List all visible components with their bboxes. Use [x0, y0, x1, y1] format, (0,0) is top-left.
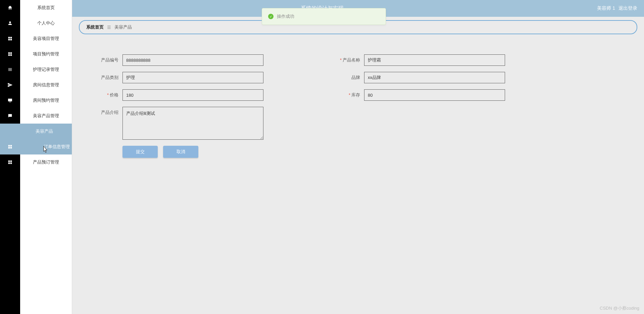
sidebar-item-label: 项目预约管理	[33, 51, 59, 57]
sidebar-item-label: 订单信息管理	[44, 144, 70, 150]
watermark: CSDN @小蔡coding	[600, 305, 639, 311]
product-form: 产品编号 *产品名称 产品类别 品牌 *价格	[79, 54, 637, 158]
brand-input[interactable]	[364, 72, 505, 83]
sidebar-item-label: 美容产品管理	[33, 113, 59, 119]
sidebar-item-room-reserve[interactable]: 房间预约管理	[20, 93, 72, 108]
sidebar-item-beauty-project[interactable]: 美容项目管理	[20, 31, 72, 46]
rail-order[interactable]	[0, 139, 20, 154]
chat-icon	[7, 113, 13, 119]
sidebar-item-label: 美容项目管理	[33, 36, 59, 42]
stock-label: *库存	[331, 89, 364, 98]
sidebar-item-label: 房间预约管理	[33, 97, 59, 103]
grid-icon	[7, 51, 13, 57]
rail-product-reserve[interactable]	[0, 154, 20, 170]
price-input[interactable]	[122, 89, 263, 101]
monitor-icon	[7, 98, 13, 103]
product-code-input[interactable]	[122, 54, 263, 66]
submit-button[interactable]: 提交	[122, 146, 158, 158]
list-icon	[7, 67, 13, 72]
sidebar-item-project-reserve[interactable]: 项目预约管理	[20, 46, 72, 62]
rail-room-info[interactable]	[0, 77, 20, 93]
sidebar-item-order[interactable]: 订单信息管理	[20, 139, 72, 154]
sidebar-item-label: 房间信息管理	[33, 82, 59, 88]
grid-icon	[7, 36, 13, 41]
cancel-button[interactable]: 取消	[163, 146, 198, 158]
sidebar-item-label: 产品预订管理	[33, 159, 59, 165]
sidebar-item-beauty-product[interactable]: 美容产品管理	[20, 108, 72, 124]
intro-textarea[interactable]	[122, 107, 263, 140]
rail-beauty-product[interactable]	[0, 108, 20, 124]
sidebar-item-label: 护理记录管理	[33, 66, 59, 73]
intro-label: 产品介绍	[89, 107, 122, 116]
send-icon	[7, 82, 13, 88]
current-user[interactable]: 美容师 1	[597, 5, 615, 11]
category-input[interactable]	[122, 72, 263, 83]
main-content: 系统首页 ☰ 美容产品 产品编号 *产品名称 产品类别 品牌	[72, 17, 644, 314]
sidebar-item-room-info[interactable]: 房间信息管理	[20, 77, 72, 93]
product-name-label: *产品名称	[331, 54, 364, 63]
success-icon: ✓	[268, 14, 274, 19]
sidebar-item-label: 美容产品	[36, 128, 53, 134]
grid-icon	[7, 144, 13, 149]
toast-text: 操作成功	[277, 13, 294, 19]
sidebar-item-profile[interactable]: 个人中心	[20, 15, 72, 31]
product-code-label: 产品编号	[89, 54, 122, 63]
sidebar-item-home[interactable]: 系统首页	[20, 0, 72, 15]
rail-user[interactable]	[0, 15, 20, 31]
logout-link[interactable]: 退出登录	[618, 5, 637, 11]
brand-label: 品牌	[331, 72, 364, 81]
grid-icon	[7, 160, 13, 165]
stock-input[interactable]	[364, 89, 505, 101]
rail-project-reserve[interactable]	[0, 46, 20, 62]
home-icon	[7, 5, 13, 10]
category-label: 产品类别	[89, 72, 122, 81]
user-icon	[7, 20, 13, 26]
rail-home[interactable]	[0, 0, 20, 15]
sidebar-item-product-reserve[interactable]: 产品预订管理	[20, 154, 72, 170]
header-right: 美容师 1 退出登录	[597, 0, 637, 17]
rail-sub-product[interactable]	[0, 124, 20, 139]
breadcrumb-home[interactable]: 系统首页	[86, 24, 104, 30]
sidebar-item-product-sub[interactable]: 美容产品	[20, 124, 72, 139]
success-toast: ✓ 操作成功	[262, 8, 386, 25]
rail-care-record[interactable]	[0, 62, 20, 77]
rail-room-reserve[interactable]	[0, 93, 20, 108]
sidebar-item-care-record[interactable]: 护理记录管理	[20, 62, 72, 77]
sidebar: 系统首页 个人中心 美容项目管理 项目预约管理 护理记录管理 房间信息管理 房间…	[20, 0, 72, 314]
price-label: *价格	[89, 89, 122, 98]
product-name-input[interactable]	[364, 54, 505, 66]
sidebar-item-label: 个人中心	[37, 20, 55, 26]
rail-beauty-project[interactable]	[0, 31, 20, 46]
breadcrumb-sep-icon: ☰	[107, 25, 111, 30]
icon-rail	[0, 0, 20, 314]
breadcrumb-current: 美容产品	[114, 24, 132, 30]
sidebar-item-label: 系统首页	[37, 5, 55, 11]
